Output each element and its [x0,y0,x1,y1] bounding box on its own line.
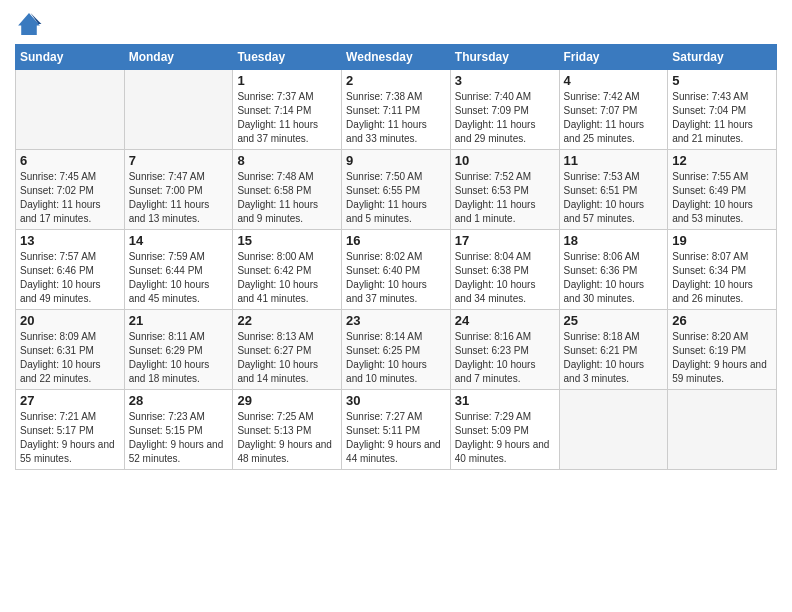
calendar-cell: 24Sunrise: 8:16 AM Sunset: 6:23 PM Dayli… [450,310,559,390]
calendar-cell: 2Sunrise: 7:38 AM Sunset: 7:11 PM Daylig… [342,70,451,150]
day-number: 11 [564,153,664,168]
day-number: 19 [672,233,772,248]
day-info: Sunrise: 7:25 AM Sunset: 5:13 PM Dayligh… [237,410,337,466]
day-info: Sunrise: 7:47 AM Sunset: 7:00 PM Dayligh… [129,170,229,226]
calendar-cell: 30Sunrise: 7:27 AM Sunset: 5:11 PM Dayli… [342,390,451,470]
calendar-cell: 17Sunrise: 8:04 AM Sunset: 6:38 PM Dayli… [450,230,559,310]
calendar-cell: 19Sunrise: 8:07 AM Sunset: 6:34 PM Dayli… [668,230,777,310]
calendar-cell [559,390,668,470]
day-info: Sunrise: 7:59 AM Sunset: 6:44 PM Dayligh… [129,250,229,306]
day-info: Sunrise: 7:53 AM Sunset: 6:51 PM Dayligh… [564,170,664,226]
day-info: Sunrise: 8:07 AM Sunset: 6:34 PM Dayligh… [672,250,772,306]
day-header-tuesday: Tuesday [233,45,342,70]
day-number: 9 [346,153,446,168]
day-info: Sunrise: 7:52 AM Sunset: 6:53 PM Dayligh… [455,170,555,226]
day-info: Sunrise: 7:40 AM Sunset: 7:09 PM Dayligh… [455,90,555,146]
calendar-cell: 7Sunrise: 7:47 AM Sunset: 7:00 PM Daylig… [124,150,233,230]
day-number: 14 [129,233,229,248]
day-info: Sunrise: 7:48 AM Sunset: 6:58 PM Dayligh… [237,170,337,226]
day-number: 6 [20,153,120,168]
calendar-cell: 29Sunrise: 7:25 AM Sunset: 5:13 PM Dayli… [233,390,342,470]
day-info: Sunrise: 8:06 AM Sunset: 6:36 PM Dayligh… [564,250,664,306]
calendar-cell: 6Sunrise: 7:45 AM Sunset: 7:02 PM Daylig… [16,150,125,230]
day-number: 4 [564,73,664,88]
calendar-cell: 9Sunrise: 7:50 AM Sunset: 6:55 PM Daylig… [342,150,451,230]
calendar-cell: 21Sunrise: 8:11 AM Sunset: 6:29 PM Dayli… [124,310,233,390]
calendar-cell: 28Sunrise: 7:23 AM Sunset: 5:15 PM Dayli… [124,390,233,470]
calendar-cell: 14Sunrise: 7:59 AM Sunset: 6:44 PM Dayli… [124,230,233,310]
day-number: 23 [346,313,446,328]
day-info: Sunrise: 8:20 AM Sunset: 6:19 PM Dayligh… [672,330,772,386]
day-number: 2 [346,73,446,88]
calendar-cell: 31Sunrise: 7:29 AM Sunset: 5:09 PM Dayli… [450,390,559,470]
day-info: Sunrise: 7:42 AM Sunset: 7:07 PM Dayligh… [564,90,664,146]
calendar-cell [668,390,777,470]
day-info: Sunrise: 7:23 AM Sunset: 5:15 PM Dayligh… [129,410,229,466]
day-info: Sunrise: 8:18 AM Sunset: 6:21 PM Dayligh… [564,330,664,386]
day-number: 3 [455,73,555,88]
day-info: Sunrise: 8:04 AM Sunset: 6:38 PM Dayligh… [455,250,555,306]
day-number: 16 [346,233,446,248]
week-row-0: 1Sunrise: 7:37 AM Sunset: 7:14 PM Daylig… [16,70,777,150]
calendar-cell: 18Sunrise: 8:06 AM Sunset: 6:36 PM Dayli… [559,230,668,310]
day-number: 10 [455,153,555,168]
calendar-cell: 10Sunrise: 7:52 AM Sunset: 6:53 PM Dayli… [450,150,559,230]
page-header [15,10,777,38]
calendar-cell: 23Sunrise: 8:14 AM Sunset: 6:25 PM Dayli… [342,310,451,390]
day-number: 22 [237,313,337,328]
calendar-cell: 22Sunrise: 8:13 AM Sunset: 6:27 PM Dayli… [233,310,342,390]
day-header-saturday: Saturday [668,45,777,70]
day-info: Sunrise: 7:55 AM Sunset: 6:49 PM Dayligh… [672,170,772,226]
day-number: 7 [129,153,229,168]
day-number: 15 [237,233,337,248]
day-number: 27 [20,393,120,408]
day-number: 21 [129,313,229,328]
svg-marker-0 [18,13,40,35]
calendar-cell: 11Sunrise: 7:53 AM Sunset: 6:51 PM Dayli… [559,150,668,230]
day-header-friday: Friday [559,45,668,70]
day-info: Sunrise: 7:29 AM Sunset: 5:09 PM Dayligh… [455,410,555,466]
day-info: Sunrise: 8:00 AM Sunset: 6:42 PM Dayligh… [237,250,337,306]
day-header-wednesday: Wednesday [342,45,451,70]
day-number: 1 [237,73,337,88]
calendar-cell: 3Sunrise: 7:40 AM Sunset: 7:09 PM Daylig… [450,70,559,150]
calendar-cell: 4Sunrise: 7:42 AM Sunset: 7:07 PM Daylig… [559,70,668,150]
day-number: 29 [237,393,337,408]
day-info: Sunrise: 8:02 AM Sunset: 6:40 PM Dayligh… [346,250,446,306]
day-info: Sunrise: 8:13 AM Sunset: 6:27 PM Dayligh… [237,330,337,386]
calendar-cell: 20Sunrise: 8:09 AM Sunset: 6:31 PM Dayli… [16,310,125,390]
day-info: Sunrise: 7:38 AM Sunset: 7:11 PM Dayligh… [346,90,446,146]
day-info: Sunrise: 8:11 AM Sunset: 6:29 PM Dayligh… [129,330,229,386]
week-row-2: 13Sunrise: 7:57 AM Sunset: 6:46 PM Dayli… [16,230,777,310]
calendar-cell: 13Sunrise: 7:57 AM Sunset: 6:46 PM Dayli… [16,230,125,310]
day-info: Sunrise: 8:14 AM Sunset: 6:25 PM Dayligh… [346,330,446,386]
day-info: Sunrise: 7:50 AM Sunset: 6:55 PM Dayligh… [346,170,446,226]
calendar-cell: 15Sunrise: 8:00 AM Sunset: 6:42 PM Dayli… [233,230,342,310]
day-number: 12 [672,153,772,168]
day-number: 5 [672,73,772,88]
calendar-cell [16,70,125,150]
day-header-sunday: Sunday [16,45,125,70]
calendar-cell: 27Sunrise: 7:21 AM Sunset: 5:17 PM Dayli… [16,390,125,470]
day-header-monday: Monday [124,45,233,70]
day-info: Sunrise: 7:45 AM Sunset: 7:02 PM Dayligh… [20,170,120,226]
day-info: Sunrise: 7:37 AM Sunset: 7:14 PM Dayligh… [237,90,337,146]
calendar-cell: 5Sunrise: 7:43 AM Sunset: 7:04 PM Daylig… [668,70,777,150]
calendar-cell: 16Sunrise: 8:02 AM Sunset: 6:40 PM Dayli… [342,230,451,310]
calendar-cell: 8Sunrise: 7:48 AM Sunset: 6:58 PM Daylig… [233,150,342,230]
calendar-cell: 12Sunrise: 7:55 AM Sunset: 6:49 PM Dayli… [668,150,777,230]
day-number: 20 [20,313,120,328]
day-number: 13 [20,233,120,248]
week-row-4: 27Sunrise: 7:21 AM Sunset: 5:17 PM Dayli… [16,390,777,470]
day-info: Sunrise: 8:16 AM Sunset: 6:23 PM Dayligh… [455,330,555,386]
day-info: Sunrise: 7:43 AM Sunset: 7:04 PM Dayligh… [672,90,772,146]
day-number: 28 [129,393,229,408]
week-row-3: 20Sunrise: 8:09 AM Sunset: 6:31 PM Dayli… [16,310,777,390]
calendar-cell: 1Sunrise: 7:37 AM Sunset: 7:14 PM Daylig… [233,70,342,150]
day-info: Sunrise: 7:21 AM Sunset: 5:17 PM Dayligh… [20,410,120,466]
calendar-cell: 26Sunrise: 8:20 AM Sunset: 6:19 PM Dayli… [668,310,777,390]
calendar-cell: 25Sunrise: 8:18 AM Sunset: 6:21 PM Dayli… [559,310,668,390]
day-info: Sunrise: 8:09 AM Sunset: 6:31 PM Dayligh… [20,330,120,386]
day-number: 17 [455,233,555,248]
day-number: 18 [564,233,664,248]
